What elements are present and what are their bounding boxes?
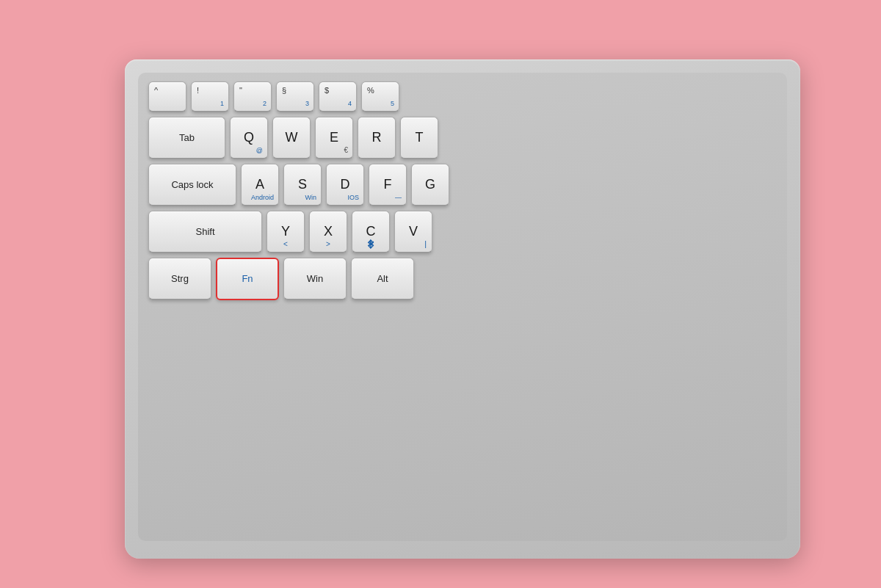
key-1[interactable]: ! 1 <box>191 81 229 112</box>
key-strg[interactable]: Strg <box>148 258 211 300</box>
bluetooth-symbol <box>366 239 376 249</box>
key-shift[interactable]: Shift <box>148 211 262 253</box>
key-q[interactable]: Q @ <box>230 117 268 159</box>
key-s[interactable]: S Win <box>283 164 322 206</box>
key-row-qwerty: Tab Q @ W E € R T <box>148 117 777 159</box>
key-r[interactable]: R <box>358 117 396 159</box>
key-t[interactable]: T <box>400 117 438 159</box>
key-d[interactable]: D IOS <box>326 164 364 206</box>
keyboard-surface: ^ ! 1 " 2 § 3 $ 4 % <box>138 73 787 541</box>
key-2[interactable]: " 2 <box>233 81 272 112</box>
keyboard-body: ^ ! 1 " 2 § 3 $ 4 % <box>125 59 800 559</box>
key-caps-lock[interactable]: Caps lock <box>148 164 236 206</box>
key-caret[interactable]: ^ <box>148 81 186 112</box>
key-c[interactable]: C ⨯ <box>352 211 390 253</box>
key-y[interactable]: Y < <box>267 211 305 253</box>
key-3[interactable]: § 3 <box>276 81 314 112</box>
key-e[interactable]: E € <box>315 117 353 159</box>
key-fn[interactable]: Fn <box>216 258 279 300</box>
key-row-numbers: ^ ! 1 " 2 § 3 $ 4 % <box>148 81 777 112</box>
key-row-bottom: Strg Fn Win Alt <box>148 258 777 300</box>
key-tab[interactable]: Tab <box>148 117 225 159</box>
key-g[interactable]: G <box>411 164 449 206</box>
key-alt[interactable]: Alt <box>351 258 414 300</box>
key-x[interactable]: X > <box>309 211 347 253</box>
keyboard-image: ^ ! 1 " 2 § 3 $ 4 % <box>125 59 800 559</box>
key-row-asdf: Caps lock A Android S Win D IOS F — <box>148 164 777 206</box>
key-a[interactable]: A Android <box>241 164 279 206</box>
key-row-shift: Shift Y < X > C ⨯ <box>148 211 777 253</box>
key-f[interactable]: F — <box>369 164 407 206</box>
key-5[interactable]: % 5 <box>361 81 399 112</box>
key-4[interactable]: $ 4 <box>319 81 357 112</box>
key-v[interactable]: V | <box>394 211 432 253</box>
key-win[interactable]: Win <box>283 258 347 300</box>
key-w[interactable]: W <box>272 117 311 159</box>
